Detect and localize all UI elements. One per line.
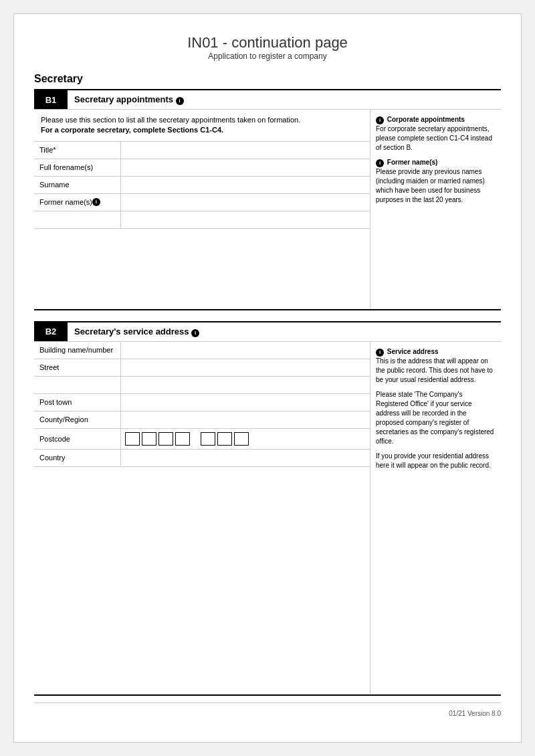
b1-instruction: Please use this section to list all the … bbox=[34, 110, 370, 142]
b1-instruction-bold: For a corporate secretary, complete Sect… bbox=[41, 126, 223, 134]
input-area-street bbox=[121, 359, 370, 376]
input-area-title bbox=[121, 142, 370, 159]
input-area-surname bbox=[121, 177, 370, 193]
form-row-forenames: Full forename(s) bbox=[34, 159, 370, 177]
form-row-post-town: Post town bbox=[34, 394, 370, 411]
label-former-names: Former name(s) i bbox=[34, 194, 121, 211]
label-forenames: Full forename(s) bbox=[34, 159, 121, 176]
secretary-heading: Secretary bbox=[34, 73, 501, 85]
postcode-box-5 bbox=[201, 432, 215, 446]
form-row-former-names: Former name(s) i bbox=[34, 194, 370, 211]
form-row-county: County/Region bbox=[34, 411, 370, 429]
label-postcode: Postcode bbox=[34, 429, 121, 449]
label-country: Country bbox=[34, 450, 121, 466]
postcode-box-2 bbox=[142, 432, 156, 446]
input-post-town[interactable] bbox=[125, 398, 366, 406]
input-country[interactable] bbox=[125, 454, 366, 462]
b1-corporate-icon: i bbox=[376, 116, 384, 124]
input-area-former-names bbox=[121, 194, 370, 211]
b2-registered-note: Please state 'The Company's Registered O… bbox=[376, 390, 496, 446]
input-surname[interactable] bbox=[125, 181, 366, 189]
b1-former-icon: i bbox=[376, 159, 384, 167]
b2-spacer bbox=[34, 467, 370, 694]
section-b1: B1 Secretary appointments i Please use t… bbox=[34, 89, 501, 310]
label-building: Building name/number bbox=[34, 342, 121, 359]
section-b2: B2 Secretary's service address i Buildin… bbox=[34, 321, 501, 696]
form-row-title: Title* bbox=[34, 142, 370, 159]
b2-content: Building name/number Street bbox=[34, 342, 501, 696]
label-street2 bbox=[34, 377, 121, 393]
input-street2[interactable] bbox=[125, 381, 366, 389]
input-area-building bbox=[121, 342, 370, 359]
b1-header-row: B1 Secretary appointments i bbox=[34, 90, 501, 110]
form-row-country: Country bbox=[34, 450, 370, 467]
b1-badge: B1 bbox=[34, 90, 68, 109]
label-post-town: Post town bbox=[34, 394, 121, 411]
postcode-box-1 bbox=[125, 432, 140, 446]
version-text: 01/21 Version 8.0 bbox=[449, 710, 501, 717]
form-row-street2 bbox=[34, 377, 370, 394]
b2-info-panel: i Service address This is the address th… bbox=[370, 342, 501, 694]
postcode-box-4 bbox=[175, 432, 190, 446]
label-former-names-2 bbox=[34, 211, 121, 228]
input-former-names-2[interactable] bbox=[213, 215, 366, 223]
page-subtitle: Application to register a company bbox=[34, 52, 501, 61]
b1-corporate-note: i Corporate appointments For corporate s… bbox=[376, 115, 496, 153]
page-header: IN01 - continuation page Application to … bbox=[34, 34, 501, 61]
input-forenames[interactable] bbox=[125, 163, 366, 171]
postcode-box-3 bbox=[158, 432, 173, 446]
form-row-former-names-2 bbox=[34, 211, 370, 229]
form-row-surname: Surname bbox=[34, 177, 370, 194]
form-row-postcode: Postcode bbox=[34, 429, 370, 450]
b2-residential-note: If you provide your residential address … bbox=[376, 452, 496, 470]
b1-info-icon[interactable]: i bbox=[176, 97, 184, 105]
input-building[interactable] bbox=[125, 346, 366, 354]
input-area-post-town bbox=[121, 394, 370, 411]
input-area-forenames bbox=[121, 159, 370, 176]
b2-badge: B2 bbox=[34, 322, 68, 341]
input-area-county bbox=[121, 411, 370, 428]
input-former-names[interactable] bbox=[125, 198, 366, 206]
input-title[interactable] bbox=[125, 146, 366, 154]
form-row-street: Street bbox=[34, 359, 370, 377]
b2-info-icon[interactable]: i bbox=[191, 329, 199, 337]
input-area-country bbox=[121, 450, 370, 466]
b2-form-area: Building name/number Street bbox=[34, 342, 370, 694]
b1-spacer bbox=[34, 229, 370, 309]
b1-content: Please use this section to list all the … bbox=[34, 110, 501, 310]
label-surname: Surname bbox=[34, 177, 121, 193]
page-title: IN01 - continuation page bbox=[34, 34, 501, 52]
b2-service-address-note: i Service address This is the address th… bbox=[376, 347, 496, 385]
b2-header-row: B2 Secretary's service address i bbox=[34, 322, 501, 342]
page: IN01 - continuation page Application to … bbox=[13, 13, 522, 743]
label-street: Street bbox=[34, 359, 121, 376]
b2-service-icon: i bbox=[376, 349, 384, 357]
postcode-box-7 bbox=[234, 432, 249, 446]
b1-title: Secretary appointments i bbox=[68, 90, 501, 109]
input-street[interactable] bbox=[125, 363, 366, 371]
b2-title: Secretary's service address i bbox=[68, 322, 501, 341]
postcode-box-6 bbox=[217, 432, 232, 446]
former-names-info-icon[interactable]: i bbox=[92, 198, 100, 206]
input-county[interactable] bbox=[125, 415, 366, 423]
postcode-boxes bbox=[125, 432, 249, 446]
input-area-former-names-2 bbox=[121, 211, 370, 228]
label-county: County/Region bbox=[34, 411, 121, 428]
b1-form-area: Please use this section to list all the … bbox=[34, 110, 370, 309]
input-area-postcode bbox=[121, 429, 370, 449]
label-title: Title* bbox=[34, 142, 121, 159]
b1-former-note: i Former name(s) Please provide any prev… bbox=[376, 158, 496, 205]
b1-info-panel: i Corporate appointments For corporate s… bbox=[370, 110, 501, 309]
form-row-building: Building name/number bbox=[34, 342, 370, 359]
page-footer: 01/21 Version 8.0 bbox=[34, 702, 501, 717]
input-area-street2 bbox=[121, 377, 370, 393]
